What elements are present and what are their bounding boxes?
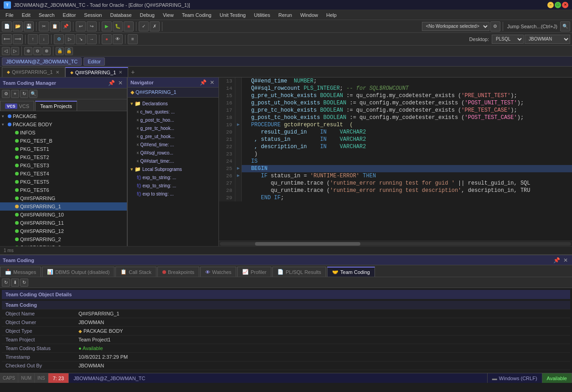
bottom-tb-refresh[interactable]: ↻: [2, 279, 10, 287]
tcm-tab-team-projects[interactable]: Team Projects: [35, 101, 77, 111]
tcm-tab-vcs[interactable]: VCS VCS: [0, 101, 34, 111]
tb3-btn5[interactable]: ⊗: [42, 47, 51, 55]
commit-btn[interactable]: ✓: [139, 21, 149, 31]
tab-messages[interactable]: 📩 Messages: [0, 267, 41, 277]
debug-btn[interactable]: 🐛: [113, 21, 123, 31]
nav-item[interactable]: κ Q##sql_rowco...: [128, 149, 218, 157]
new-file-btn[interactable]: 📄: [2, 21, 12, 31]
nav-item[interactable]: f() exp_to_string: ...: [128, 173, 218, 181]
bottom-close-btn[interactable]: ✕: [562, 257, 569, 264]
tree-item[interactable]: ▾PACKAGE BODY: [0, 120, 127, 129]
tcm-tb4[interactable]: 🔍: [29, 90, 37, 98]
close-button[interactable]: ✕: [562, 2, 568, 8]
undo-btn[interactable]: ↩: [76, 21, 86, 31]
line-expand-icon[interactable]: ▶: [235, 121, 242, 129]
nav-item[interactable]: f() exp_to_string: ...: [128, 181, 218, 190]
menu-edit[interactable]: Edit: [18, 10, 34, 20]
nav-item[interactable]: f() exp to string: ...: [128, 190, 218, 198]
tree-item[interactable]: Q##SPARRING: [0, 194, 127, 202]
tree-item[interactable]: ▾PACKAGE: [0, 112, 127, 120]
nav-item[interactable]: κ Q##start_time:...: [128, 157, 218, 165]
maximize-button[interactable]: □: [555, 2, 561, 8]
tab2-close[interactable]: ✕: [118, 70, 123, 75]
minimize-button[interactable]: −: [547, 2, 554, 8]
tb3-btn7[interactable]: 🔓: [65, 47, 73, 55]
tb2-btn2[interactable]: ⟶: [13, 34, 23, 44]
tb3-btn6[interactable]: 🔒: [56, 47, 64, 55]
tab-breakpoints[interactable]: Breakpoints: [157, 267, 199, 277]
tcm-tb3[interactable]: ↻: [20, 90, 28, 98]
editor-tab-1[interactable]: ◆ Q##SPARRING_1 ✕: [2, 67, 65, 77]
menu-debug[interactable]: Debug: [136, 10, 158, 20]
tree-item[interactable]: INFOS: [0, 129, 127, 137]
tab-team-coding[interactable]: 🤝 Team Coding: [327, 267, 375, 277]
nav-pin-btn[interactable]: 📌: [199, 79, 207, 86]
open-btn[interactable]: 📂: [13, 21, 23, 31]
tcm-tb1[interactable]: ⚙: [2, 90, 10, 98]
tb3-btn1[interactable]: ◁: [2, 47, 10, 55]
tb2-btn4[interactable]: ↓: [39, 34, 49, 44]
editor-tab-2[interactable]: ◆ Q##SPARRING_1 ✕: [65, 67, 129, 77]
tree-item[interactable]: Q##SPARRING_3: [0, 243, 127, 246]
tb2-btn1[interactable]: ⟵: [2, 34, 12, 44]
tree-item[interactable]: Q##SPARRING_2: [0, 235, 127, 243]
tb2-watch[interactable]: 👁: [113, 34, 123, 44]
user-dropdown[interactable]: JBOWMAN: [525, 35, 570, 44]
run-btn[interactable]: ▶: [102, 21, 112, 31]
tree-item[interactable]: Q##SPARRING_1: [0, 202, 127, 211]
tree-item[interactable]: PKG_TEST4: [0, 170, 127, 178]
bottom-tb-checkin[interactable]: ↻: [20, 279, 28, 287]
nav-item[interactable]: κ g_pre_ut_hook...: [128, 132, 218, 140]
nav-item[interactable]: κ Q##end_time: ...: [128, 140, 218, 149]
tree-item[interactable]: PKG_TEST3: [0, 161, 127, 170]
menu-unit-testing[interactable]: Unit Testing: [216, 10, 249, 20]
menu-database[interactable]: Database: [106, 10, 135, 20]
tree-item[interactable]: Q##SPARRING_10: [0, 211, 127, 219]
menu-editor[interactable]: Editor: [59, 10, 80, 20]
nav-item[interactable]: κ c_two_quotes: ...: [128, 108, 218, 116]
tcm-pin-btn[interactable]: 📌: [108, 79, 115, 87]
paste-btn[interactable]: 📌: [61, 21, 71, 31]
tree-item[interactable]: PKG_TEST1: [0, 145, 127, 153]
tb3-btn2[interactable]: ▷: [11, 47, 19, 55]
tree-item[interactable]: PKG_TEST6: [0, 186, 127, 194]
tab-plsql-results[interactable]: 📄 PL/SQL Results: [272, 267, 326, 277]
tab-watches[interactable]: 👁 Watches: [200, 267, 236, 277]
jump-search-btn[interactable]: 🔍: [560, 21, 570, 31]
tab1-close[interactable]: ✕: [55, 69, 60, 75]
tb2-step-into[interactable]: ↘: [76, 34, 86, 44]
tree-item[interactable]: Q##SPARRING_12: [0, 227, 127, 235]
nav-item[interactable]: κ g_pre_tc_hook...: [128, 124, 218, 132]
rollback-btn[interactable]: ✗: [150, 21, 160, 31]
workspace-dropdown[interactable]: <No Workspace selected>: [422, 22, 489, 31]
tree-item[interactable]: PKG_TEST2: [0, 153, 127, 161]
tab-dbms-output[interactable]: 📊 DBMS Output (disabled): [42, 267, 114, 277]
menu-rerun[interactable]: Rerun: [275, 10, 296, 20]
menu-session[interactable]: Session: [80, 10, 105, 20]
menu-window[interactable]: Window: [296, 10, 322, 20]
tb2-compile[interactable]: ⚙: [54, 34, 64, 44]
cut-btn[interactable]: ✂: [39, 21, 49, 31]
nav-item[interactable]: κ g_post_tc_hoo...: [128, 116, 218, 124]
tb3-btn4[interactable]: ⊖: [33, 47, 42, 55]
save-btn[interactable]: 💾: [24, 21, 34, 31]
horizontal-scrollbar[interactable]: [219, 241, 572, 246]
menu-help[interactable]: Help: [322, 10, 340, 20]
menu-search[interactable]: Search: [35, 10, 58, 20]
tree-item[interactable]: PKG_TEST5: [0, 178, 127, 186]
menu-file[interactable]: File: [2, 10, 17, 20]
menu-utilities[interactable]: Utilities: [250, 10, 274, 20]
tab-profiler[interactable]: 📈 Profiler: [237, 267, 271, 277]
tb2-run-script[interactable]: ▷: [65, 34, 75, 44]
tb2-btn3[interactable]: ↑: [28, 34, 38, 44]
tree-item[interactable]: PKG_TEST_B: [0, 137, 127, 145]
copy-btn[interactable]: 📋: [50, 21, 60, 31]
tb2-step-over[interactable]: →: [87, 34, 97, 44]
menu-team-coding[interactable]: Team Coding: [178, 10, 215, 20]
workspace-btn[interactable]: ⚙: [490, 21, 500, 31]
code-editor[interactable]: 13 Q##end_time NUMBER;14 Q##sql_rowcount…: [219, 77, 572, 246]
desktop-dropdown[interactable]: PLSQL: [492, 35, 524, 44]
redo-btn[interactable]: ↪: [87, 21, 97, 31]
tcm-tb2[interactable]: +: [11, 90, 19, 98]
nav-tree[interactable]: ▾ 📁 Declarationsκ c_two_quotes: ...κ g_p…: [128, 98, 218, 246]
